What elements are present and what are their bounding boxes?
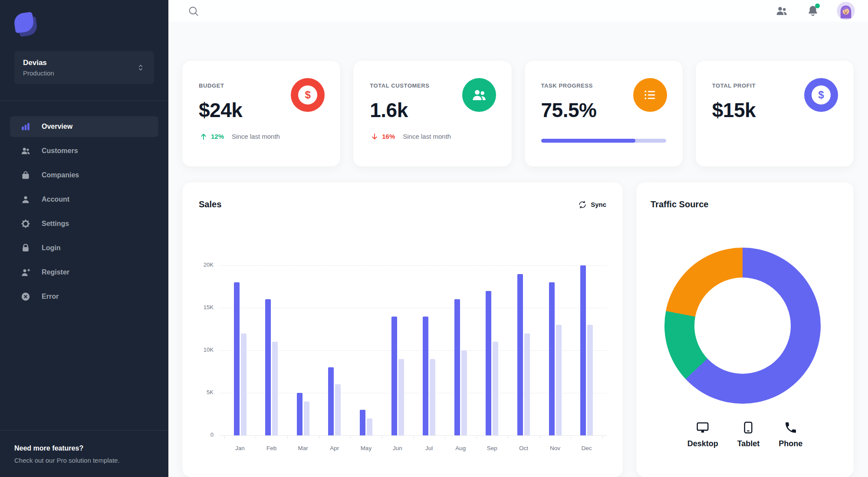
- sidebar-item-login[interactable]: Login: [10, 238, 158, 258]
- x-axis-month-label: Mar: [289, 445, 317, 451]
- y-axis-tick-label: 5K: [187, 389, 214, 395]
- x-axis-month-label: Jan: [226, 445, 254, 451]
- sidebar-item-label: Login: [42, 244, 61, 252]
- delta-value: 12%: [211, 133, 224, 140]
- x-axis-tick: [445, 436, 445, 439]
- sidebar-item-label: Account: [42, 196, 69, 203]
- sales-card: Sales Sync 05K10K15K20KJanFebMarAprMa: [182, 182, 623, 477]
- bar-jul-primary: [423, 317, 428, 435]
- sales-bar-chart: 05K10K15K20KJanFebMarAprMayJunJulAugSepO…: [182, 182, 623, 477]
- sidebar-divider-top: [0, 101, 168, 101]
- x-axis-tick: [571, 436, 571, 439]
- notification-badge-dot: [815, 3, 820, 8]
- sidebar-footer: Need more features? Check out our Pro so…: [0, 431, 168, 477]
- avatar[interactable]: [837, 2, 855, 20]
- bar-dec-primary: [580, 265, 586, 435]
- gear-icon: [20, 219, 31, 229]
- traffic-source-title: Traffic Source: [651, 199, 708, 209]
- user-icon: [20, 194, 31, 205]
- search-icon[interactable]: [184, 2, 202, 20]
- bar-jul-secondary: [430, 359, 435, 435]
- y-axis-tick-label: 0: [187, 431, 214, 438]
- content: BUDGET $24k $ 12% Since last month TOTAL…: [168, 22, 868, 477]
- contacts-icon[interactable]: [774, 3, 789, 18]
- currency-dollar-icon: $: [291, 78, 325, 112]
- main-area: BUDGET $24k $ 12% Since last month TOTAL…: [168, 0, 868, 477]
- task-progress-bar: [541, 139, 666, 143]
- list-bullet-icon: [633, 78, 667, 112]
- y-axis-tick-label: 15K: [187, 304, 214, 310]
- x-axis-tick: [539, 436, 540, 439]
- workspace-switcher[interactable]: Devias Production: [14, 51, 154, 84]
- x-axis-tick: [413, 436, 414, 439]
- sidebar-item-overview[interactable]: Overview: [10, 116, 158, 137]
- task-progress-card: TASK PROGRESS 75.5%: [525, 61, 683, 167]
- x-axis-month-label: Sep: [478, 445, 506, 451]
- bar-feb-primary: [265, 299, 271, 435]
- delta-row: 12% Since last month: [199, 132, 324, 141]
- bar-nov-secondary: [556, 325, 562, 435]
- bar-sep-secondary: [493, 342, 498, 435]
- sidebar-footer-subtitle: Check out our Pro solution template.: [14, 457, 154, 464]
- x-axis-month-label: Nov: [541, 445, 569, 451]
- bar-jan-primary: [234, 282, 240, 435]
- x-axis-month-label: Dec: [573, 445, 601, 451]
- charts-row: Sales Sync 05K10K15K20KJanFebMarAprMa: [182, 182, 854, 477]
- workspace-name: Devias: [23, 59, 136, 67]
- bar-apr-primary: [328, 367, 334, 435]
- legend-label: Phone: [779, 439, 802, 448]
- bar-mar-secondary: [304, 402, 309, 435]
- total-profit-card: TOTAL PROFIT $15k $: [696, 61, 854, 167]
- sidebar-item-customers[interactable]: Customers: [10, 140, 158, 161]
- sidebar: Devias Production OverviewCustomersCompa…: [0, 0, 168, 477]
- x-axis-tick: [287, 436, 288, 439]
- x-axis-month-label: Oct: [510, 445, 537, 451]
- sidebar-item-label: Companies: [42, 171, 79, 179]
- traffic-donut-chart: [664, 248, 821, 404]
- sidebar-item-companies[interactable]: Companies: [10, 165, 158, 186]
- devias-logo[interactable]: [14, 13, 37, 36]
- bar-apr-secondary: [335, 384, 341, 435]
- delta-value: 16%: [382, 133, 395, 140]
- user-plus-icon: [20, 267, 31, 278]
- currency-dollar-icon: $: [804, 78, 838, 112]
- delta-caption: Since last month: [403, 133, 451, 140]
- users-icon: [462, 78, 496, 112]
- sidebar-item-label: Settings: [42, 220, 69, 228]
- bar-dec-secondary: [587, 325, 593, 435]
- sidebar-item-register[interactable]: Register: [10, 262, 158, 283]
- gridline: [219, 265, 607, 266]
- legend-label: Tablet: [737, 439, 760, 448]
- sidebar-item-error[interactable]: Error: [10, 286, 158, 307]
- lock-icon: [20, 243, 31, 253]
- x-circle-icon: [20, 291, 31, 302]
- x-axis-month-label: May: [352, 445, 380, 451]
- sidebar-nav: OverviewCustomersCompaniesAccountSetting…: [0, 116, 168, 310]
- sidebar-item-account[interactable]: Account: [10, 189, 158, 210]
- desktop-icon: [696, 421, 710, 435]
- sidebar-spacer: [0, 310, 168, 430]
- bar-chart-icon: [20, 121, 31, 132]
- x-axis-tick: [256, 436, 256, 439]
- x-axis-month-label: Apr: [321, 445, 349, 451]
- bar-jun-secondary: [398, 359, 404, 435]
- users-icon: [20, 146, 31, 156]
- x-axis-month-label: Feb: [258, 445, 286, 451]
- task-progress-fill: [541, 139, 636, 143]
- bar-aug-primary: [454, 299, 460, 435]
- bar-mar-primary: [297, 393, 302, 435]
- traffic-legend: DesktopTabletPhone: [636, 421, 854, 448]
- bar-jun-primary: [391, 317, 397, 435]
- x-axis-month-label: Jun: [384, 445, 411, 451]
- notifications-icon[interactable]: [806, 3, 820, 18]
- donut-hole: [694, 278, 791, 374]
- x-axis-tick: [602, 436, 603, 439]
- x-axis-tick: [319, 436, 319, 439]
- delta-caption: Since last month: [232, 133, 280, 140]
- sidebar-item-settings[interactable]: Settings: [10, 213, 158, 234]
- y-axis-tick-label: 20K: [187, 261, 214, 268]
- workspace-text: Devias Production: [23, 59, 136, 77]
- bar-feb-secondary: [272, 342, 278, 435]
- app-root: Devias Production OverviewCustomersCompa…: [0, 0, 868, 477]
- legend-label: Desktop: [687, 439, 718, 448]
